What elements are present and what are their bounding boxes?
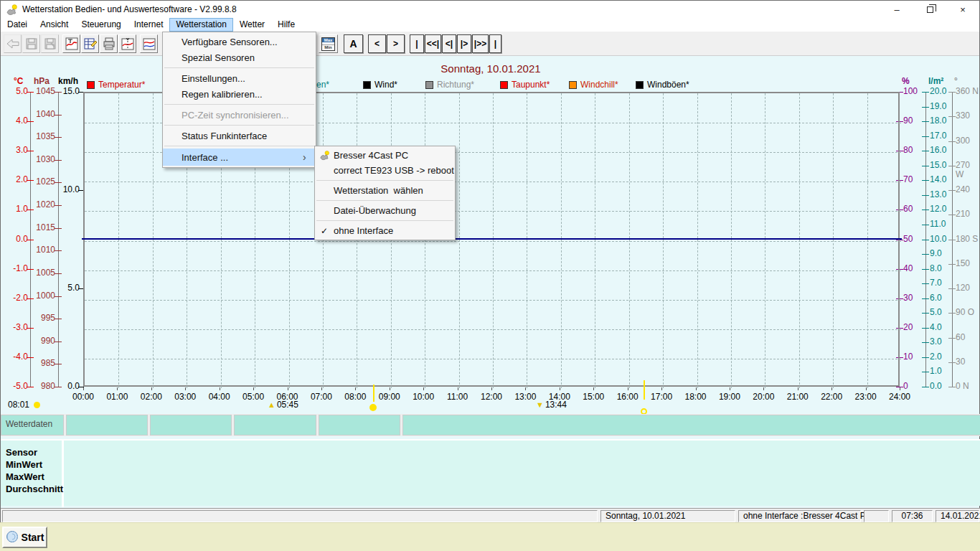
x-axis-tick: [321, 387, 322, 390]
menu-item[interactable]: Wetterstation wählen: [315, 183, 455, 198]
weather-data-label-cell: Wetterdaten: [1, 415, 64, 435]
back-button[interactable]: [4, 34, 22, 53]
table-edit-button[interactable]: [81, 34, 99, 53]
menu-item[interactable]: Datei-Überwachung: [315, 203, 455, 218]
sunrise-marker: ▲05:45: [268, 400, 298, 410]
chart-cut-button[interactable]: [118, 34, 136, 53]
axis-line: [58, 92, 59, 387]
axis-tick: [922, 357, 929, 358]
nav-forward-button[interactable]: |>: [457, 34, 471, 53]
axis-tick-label: 3.0: [2, 146, 28, 155]
nav-last-button[interactable]: |: [489, 34, 501, 53]
axis-tick-label: 30: [956, 357, 980, 367]
menu-separator: [164, 125, 314, 126]
axis-tick-label: 0.0: [52, 382, 80, 391]
nav-fast-back-button[interactable]: <<|: [425, 34, 441, 53]
menu-item[interactable]: Spezial Sensoren: [163, 50, 316, 65]
axis-tick: [922, 240, 929, 240]
maxmin-button[interactable]: Max Min: [319, 34, 338, 53]
axis-tick: [55, 182, 62, 183]
axis-tick-label: 14.0: [930, 175, 957, 184]
axis-tick-label: 2.0: [930, 352, 957, 362]
minimize-button[interactable]: –: [880, 1, 913, 18]
axis-tick-label: 1010: [31, 245, 55, 255]
axis-tick-label: 18.0: [930, 116, 957, 126]
x-axis-label: 12:00: [477, 392, 506, 402]
maximize-button[interactable]: [913, 1, 946, 18]
x-axis-tick: [560, 387, 560, 390]
menu-item[interactable]: ✓ohne Interface: [315, 223, 455, 238]
axis-tick-label: 180 S: [956, 235, 980, 244]
menubar-item-steuerung[interactable]: Steuerung: [75, 18, 127, 32]
menu-item[interactable]: Bresser 4Cast PC: [315, 148, 455, 163]
axis-tick: [948, 166, 956, 166]
axis-tick-label: 90 O: [956, 308, 980, 317]
x-axis-tick: [288, 387, 288, 390]
menubar-item-wetter[interactable]: Wetter: [233, 18, 271, 32]
app-window: Wetterstation Bedien- und Auswertesoftwa…: [0, 0, 980, 522]
axis-tick-label: 1.0: [930, 367, 957, 376]
legend-item: Windchill*: [569, 80, 618, 90]
axis-tick: [922, 298, 929, 299]
sensor-panel: Sensor MinWert MaxWert Durchschnitt: [1, 439, 980, 506]
menu-separator: [164, 146, 314, 146]
x-axis-label: 05:00: [239, 392, 268, 402]
weather-data-cell: [234, 415, 316, 435]
chart-multi-button[interactable]: [140, 34, 158, 53]
menubar-item-ansicht[interactable]: Ansicht: [34, 18, 75, 32]
menu-item[interactable]: PC-Zeit synchronisieren...: [163, 107, 316, 123]
legend-swatch: [425, 81, 433, 89]
axis-tick-label: 1020: [31, 200, 55, 209]
nav-back-button[interactable]: <|: [442, 34, 456, 53]
menu-separator: [316, 180, 453, 181]
menu-item[interactable]: correct TE923 USB -> reboot: [315, 163, 455, 178]
menu-item[interactable]: Status Funkinterface: [163, 128, 316, 143]
axis-tick-label: 270 W: [956, 161, 980, 179]
menubar-item-internet[interactable]: Internet: [128, 18, 170, 32]
menu-item[interactable]: Regen kalibrieren...: [163, 86, 316, 102]
axis-tick: [922, 313, 929, 314]
check-icon: ✓: [315, 226, 334, 236]
legend-swatch: [87, 81, 95, 89]
menu-separator: [164, 104, 314, 105]
scroll-right-button[interactable]: >: [387, 34, 405, 53]
scroll-left-button[interactable]: <: [368, 34, 386, 53]
axis-tick-label: 210: [956, 209, 980, 219]
status-cell-empty: [2, 510, 598, 522]
menu-item[interactable]: Interface ...›: [163, 149, 316, 166]
menubar-item-wetterstation[interactable]: Wetterstation: [169, 18, 232, 32]
x-axis-label: 16:00: [613, 392, 642, 402]
menu-separator: [316, 220, 453, 221]
save-as-button[interactable]: [41, 34, 59, 53]
legend: Temperatur*en*Wind*Richtung*Taupunkt*Win…: [1, 80, 979, 90]
axis-tick-label: 1035: [31, 132, 55, 141]
print-button[interactable]: [100, 34, 118, 53]
grid-line: [85, 182, 901, 182]
axis-tick-label: 12.0: [930, 204, 957, 214]
chart-temp-button[interactable]: [62, 34, 80, 53]
menubar-item-hilfe[interactable]: Hilfe: [271, 18, 301, 32]
menu-item[interactable]: Einstellungen...: [163, 70, 316, 86]
x-axis-tick: [423, 387, 424, 390]
menu-item[interactable]: Verfügbare Sensoren...: [163, 34, 316, 50]
axis-tick-label: 5.0: [2, 87, 28, 96]
legend-swatch: [569, 81, 577, 89]
axis-tick: [948, 288, 956, 289]
screen: Wetterstation Bedien- und Auswertesoftwa…: [0, 0, 980, 551]
axis-tick-label: 985: [31, 359, 55, 368]
font-button[interactable]: A: [344, 34, 363, 53]
axis-tick: [55, 205, 62, 206]
menubar-item-datei[interactable]: Datei: [1, 18, 34, 32]
nav-fast-forward-button[interactable]: |>>: [472, 34, 489, 53]
save-button[interactable]: [22, 34, 40, 53]
axis-tick: [55, 228, 62, 229]
x-axis-label: 07:00: [307, 392, 336, 402]
weather-data-cell: [319, 415, 400, 435]
axis-tick-label: 60: [956, 333, 980, 342]
x-axis-tick: [661, 387, 662, 390]
nav-first-button[interactable]: |: [410, 34, 424, 53]
axis-tick-label: 1015: [31, 223, 55, 232]
weather-app-icon: [6, 4, 18, 16]
start-button[interactable]: Start: [2, 527, 47, 548]
close-button[interactable]: ×: [946, 1, 979, 18]
